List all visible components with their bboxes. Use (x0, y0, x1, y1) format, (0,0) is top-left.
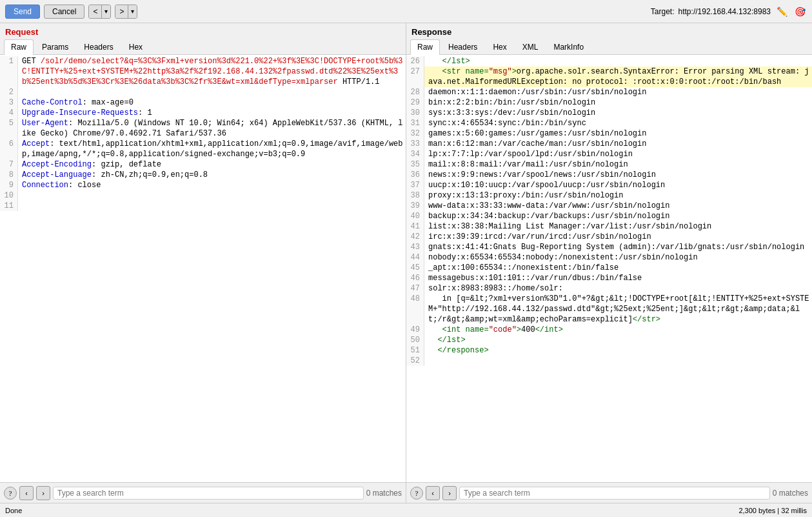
line-number: 10 (0, 190, 18, 201)
main-area: Request RawParamsHeadersHex 1GET /solr/d… (0, 23, 812, 503)
line-number: 49 (406, 325, 424, 335)
table-row: 50 </lst> (406, 335, 812, 345)
toolbar: Send Cancel < ▾ > ▾ Target: http://192.1… (0, 0, 812, 23)
nav-fwd-group: > ▾ (115, 5, 137, 19)
table-row: 7Accept-Encoding: gzip, deflate (0, 159, 406, 170)
response-search-prev-button[interactable]: ‹ (426, 486, 440, 500)
tab-markinfo[interactable]: MarkInfo (546, 39, 591, 54)
line-content: </lst> (424, 335, 812, 345)
line-content: in [q=&lt;?xml+version%3D"1.0"+?&gt;&lt;… (424, 294, 812, 325)
cancel-button[interactable]: Cancel (44, 5, 84, 19)
line-number: 44 (406, 252, 424, 263)
line-content: mail:x:8:8:mail:/var/mail:/usr/sbin/nolo… (424, 159, 812, 170)
tab-raw[interactable]: Raw (4, 39, 34, 55)
line-number: 6 (0, 139, 18, 159)
table-row: 3Cache-Control: max-age=0 (0, 97, 406, 108)
tab-headers[interactable]: Headers (77, 39, 120, 54)
table-row: 30sys:x:3:3:sys:/dev:/usr/sbin/nologin (406, 108, 812, 118)
table-row: 9Connection: close (0, 180, 406, 190)
line-number: 37 (406, 180, 424, 190)
tab-headers[interactable]: Headers (441, 39, 484, 54)
response-tab-bar: RawHeadersHexXMLMarkInfo (406, 39, 812, 55)
response-search-next-button[interactable]: › (442, 486, 457, 500)
line-content: man:x:6:12:man:/var/cache/man:/usr/sbin/… (424, 139, 812, 149)
table-row: 44nobody:x:65534:65534:nobody:/nonexiste… (406, 252, 812, 263)
request-search-next-button[interactable]: › (36, 486, 50, 500)
target-section: Target: http://192.168.44.132:8983 ✏️ 🎯 (651, 5, 807, 19)
line-content: solr:x:8983:8983::/home/solr: (424, 283, 812, 294)
line-content: <str name="msg">org.apache.solr.search.S… (424, 66, 812, 87)
line-number: 41 (406, 221, 424, 232)
line-number: 45 (406, 263, 424, 273)
table-row: 51 </response> (406, 345, 812, 356)
line-number: 43 (406, 242, 424, 252)
table-row: 34lp:x:7:7:lp:/var/spool/lpd:/usr/sbin/n… (406, 149, 812, 159)
line-number: 52 (406, 356, 424, 366)
tab-raw[interactable]: Raw (410, 39, 440, 55)
table-row: 32games:x:5:60:games:/usr/games:/usr/sbi… (406, 128, 812, 139)
response-search-input[interactable] (459, 487, 770, 500)
table-row: 26 </lst> (406, 56, 812, 66)
table-row: 4Upgrade-Insecure-Requests: 1 (0, 108, 406, 118)
line-content: User-Agent: Mozilla/5.0 (Windows NT 10.0… (18, 118, 406, 139)
line-number: 29 (406, 97, 424, 108)
tab-params[interactable]: Params (35, 39, 75, 54)
request-tab-bar: RawParamsHeadersHex (0, 39, 406, 55)
table-row: 10 (0, 190, 406, 201)
response-code-area[interactable]: 26 </lst>27 <str name="msg">org.apache.s… (406, 55, 812, 482)
line-number: 36 (406, 170, 424, 180)
table-row: 47solr:x:8983:8983::/home/solr: (406, 283, 812, 294)
request-help-button[interactable]: ? (4, 487, 17, 500)
nav-fwd-split-button[interactable]: ▾ (128, 5, 137, 18)
nav-back-button[interactable]: < (89, 5, 102, 18)
line-number: 1 (0, 56, 18, 87)
status-text: Done (5, 507, 22, 514)
line-content: backup:x:34:34:backup:/var/backups:/usr/… (424, 211, 812, 221)
line-content: irc:x:39:39:ircd:/var/run/ircd:/usr/sbin… (424, 232, 812, 242)
nav-back-split-button[interactable]: ▾ (102, 5, 110, 18)
request-search-matches: 0 matches (366, 489, 402, 498)
tab-hex[interactable]: Hex (486, 39, 513, 54)
target-info-button[interactable]: 🎯 (793, 5, 807, 19)
target-url: http://192.168.44.132:8983 (678, 7, 771, 16)
line-content: daemon:x:1:1:daemon:/usr/sbin:/usr/sbin/… (424, 87, 812, 97)
line-number: 39 (406, 201, 424, 211)
request-search-input[interactable] (53, 487, 364, 500)
line-content (18, 87, 406, 97)
tab-hex[interactable]: Hex (122, 39, 150, 54)
tab-xml[interactable]: XML (515, 39, 546, 54)
response-help-button[interactable]: ? (410, 487, 423, 500)
line-content: Accept-Encoding: gzip, deflate (18, 159, 406, 170)
line-content: sync:x:4:65534:sync:/bin:/bin/sync (424, 118, 812, 128)
send-button[interactable]: Send (5, 5, 40, 19)
line-number: 7 (0, 159, 18, 170)
request-search-prev-button[interactable]: ‹ (19, 486, 34, 500)
table-row: 36news:x:9:9:news:/var/spool/news:/usr/s… (406, 170, 812, 180)
line-number: 51 (406, 345, 424, 356)
table-row: 52 (406, 356, 812, 366)
line-content: _apt:x:100:65534::/nonexistent:/bin/fals… (424, 263, 812, 273)
line-number: 2 (0, 87, 18, 97)
line-content: Accept-Language: zh-CN,zh;q=0.9,en;q=0.8 (18, 170, 406, 180)
table-row: 31sync:x:4:65534:sync:/bin:/bin/sync (406, 118, 812, 128)
response-panel: Response RawHeadersHexXMLMarkInfo 26 </l… (406, 23, 812, 503)
line-number: 9 (0, 180, 18, 190)
request-code-area[interactable]: 1GET /solr/demo/select?&q=%3C%3Fxml+vers… (0, 55, 406, 482)
line-number: 26 (406, 56, 424, 66)
table-row: 6Accept: text/html,application/xhtml+xml… (0, 139, 406, 159)
response-search-bar: ? ‹ › 0 matches (406, 482, 812, 503)
line-number: 40 (406, 211, 424, 221)
line-content: </lst> (424, 56, 812, 66)
table-row: 11 (0, 201, 406, 211)
line-content (18, 190, 406, 201)
nav-fwd-button[interactable]: > (115, 5, 128, 18)
line-number: 31 (406, 118, 424, 128)
line-number: 8 (0, 170, 18, 180)
request-title: Request (0, 23, 406, 39)
table-row: 28daemon:x:1:1:daemon:/usr/sbin:/usr/sbi… (406, 87, 812, 97)
line-content (18, 201, 406, 211)
line-content: lp:x:7:7:lp:/var/spool/lpd:/usr/sbin/nol… (424, 149, 812, 159)
edit-target-button[interactable]: ✏️ (775, 5, 789, 19)
line-number: 50 (406, 335, 424, 345)
line-number: 48 (406, 294, 424, 325)
